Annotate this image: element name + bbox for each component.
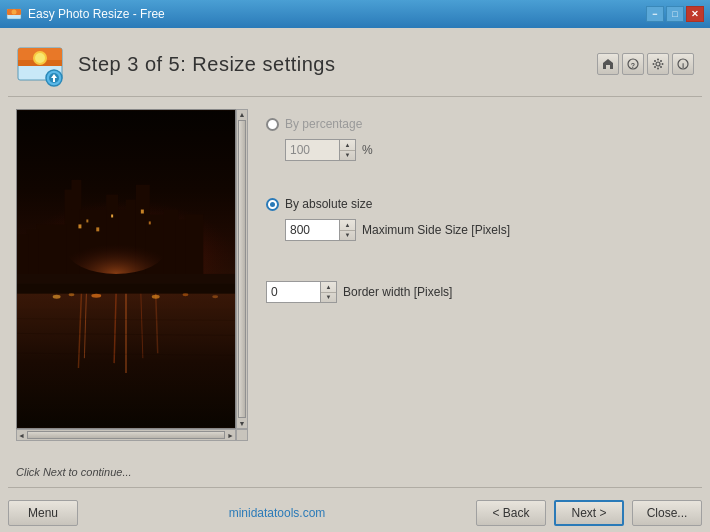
svg-rect-43	[141, 210, 144, 214]
main-container: Step 3 of 5: Resize settings ?	[0, 28, 710, 532]
svg-point-19	[660, 60, 662, 62]
svg-point-7	[35, 53, 45, 63]
absolute-arrows: ▲ ▼	[340, 219, 356, 241]
svg-rect-46	[17, 284, 235, 294]
absolute-input-row: ▲ ▼ Maximum Side Size [Pixels]	[285, 219, 694, 241]
website-link[interactable]: minidatatools.com	[229, 506, 326, 520]
scroll-down-arrow[interactable]: ▼	[238, 419, 247, 428]
scroll-right-arrow[interactable]: ►	[226, 432, 235, 439]
percentage-field[interactable]	[285, 139, 340, 161]
svg-point-55	[69, 293, 75, 296]
svg-point-59	[212, 295, 218, 298]
radio-dot	[270, 202, 275, 207]
absolute-radio-row: By absolute size	[266, 197, 694, 211]
app-icon	[6, 6, 22, 22]
svg-point-54	[53, 295, 61, 299]
svg-point-18	[660, 66, 662, 68]
percentage-unit: %	[362, 143, 373, 157]
border-up-arrow[interactable]: ▲	[321, 282, 336, 293]
svg-text:i: i	[682, 61, 684, 70]
absolute-down-arrow[interactable]: ▼	[340, 231, 355, 241]
settings-panel: By percentage ▲ ▼ %	[266, 109, 694, 449]
bottom-bar: Menu minidatatools.com < Back Next > Clo…	[0, 496, 710, 532]
help-icon-btn[interactable]: ?	[622, 53, 644, 75]
absolute-field-label: Maximum Side Size [Pixels]	[362, 223, 510, 237]
svg-rect-44	[149, 221, 151, 224]
svg-point-2	[12, 10, 17, 15]
window-title: Easy Photo Resize - Free	[28, 7, 646, 21]
app-logo-icon	[16, 40, 64, 88]
header-area: Step 3 of 5: Resize settings ?	[0, 28, 710, 96]
svg-point-16	[662, 63, 664, 65]
border-input-row: ▲ ▼ Border width [Pixels]	[266, 281, 694, 303]
close-button[interactable]: Close...	[632, 500, 702, 526]
svg-point-38	[67, 224, 166, 274]
svg-rect-42	[111, 215, 113, 218]
border-group: ▲ ▼ Border width [Pixels]	[266, 281, 694, 303]
maximize-button[interactable]: □	[666, 6, 684, 22]
preview-scrollbar-vertical[interactable]: ▲ ▼	[236, 109, 248, 429]
absolute-up-arrow[interactable]: ▲	[340, 220, 355, 231]
percentage-input-row: ▲ ▼ %	[285, 139, 694, 161]
settings-icon-btn[interactable]	[647, 53, 669, 75]
border-down-arrow[interactable]: ▼	[321, 293, 336, 303]
bottom-divider	[8, 487, 702, 488]
border-spinner: ▲ ▼	[266, 281, 337, 303]
scroll-up-arrow[interactable]: ▲	[238, 110, 247, 119]
close-window-button[interactable]: ✕	[686, 6, 704, 22]
border-field[interactable]	[266, 281, 321, 303]
minimize-button[interactable]: −	[646, 6, 664, 22]
svg-rect-41	[96, 227, 99, 231]
percentage-group: By percentage ▲ ▼ %	[266, 117, 694, 161]
scroll-left-arrow[interactable]: ◄	[17, 432, 26, 439]
page-title: Step 3 of 5: Resize settings	[78, 53, 335, 76]
svg-point-56	[91, 294, 101, 298]
svg-point-17	[654, 60, 656, 62]
svg-rect-35	[37, 224, 67, 279]
svg-rect-39	[78, 224, 81, 228]
image-preview-container: ▲ ▼ ◄ ►	[16, 109, 246, 449]
home-icon-btn[interactable]	[597, 53, 619, 75]
percentage-radio[interactable]	[266, 118, 279, 131]
preview-scrollbar-horizontal[interactable]: ◄ ►	[16, 429, 236, 441]
percentage-up-arrow[interactable]: ▲	[340, 140, 355, 151]
content-area: ▲ ▼ ◄ ►	[0, 97, 710, 461]
percentage-down-arrow[interactable]: ▼	[340, 151, 355, 161]
svg-point-14	[657, 68, 659, 70]
svg-point-57	[152, 295, 160, 299]
border-arrows: ▲ ▼	[321, 281, 337, 303]
percentage-arrows: ▲ ▼	[340, 139, 356, 161]
svg-point-20	[654, 66, 656, 68]
absolute-size-field[interactable]	[285, 219, 340, 241]
next-button[interactable]: Next >	[554, 500, 624, 526]
percentage-radio-row: By percentage	[266, 117, 694, 131]
back-button[interactable]: < Back	[476, 500, 546, 526]
hint-text: Click Next to continue...	[16, 466, 132, 478]
svg-rect-40	[86, 219, 88, 222]
absolute-spinner: ▲ ▼	[285, 219, 356, 241]
svg-point-58	[182, 293, 188, 296]
svg-text:?: ?	[631, 62, 635, 69]
percentage-spinner: ▲ ▼	[285, 139, 356, 161]
svg-point-12	[656, 62, 660, 66]
window-controls: − □ ✕	[646, 6, 704, 22]
image-preview	[16, 109, 236, 429]
top-icons-bar: ? i	[597, 53, 694, 75]
scroll-corner	[236, 429, 248, 441]
svg-rect-34	[185, 215, 203, 279]
bottom-hint-area: Click Next to continue...	[0, 461, 710, 487]
absolute-size-group: By absolute size ▲ ▼ Maximum Side Size […	[266, 197, 694, 241]
svg-point-15	[653, 63, 655, 65]
title-bar: Easy Photo Resize - Free − □ ✕	[0, 0, 710, 28]
border-field-label: Border width [Pixels]	[343, 285, 452, 299]
scroll-thumb-horizontal[interactable]	[27, 431, 225, 439]
image-preview-wrapper: ▲ ▼ ◄ ►	[16, 109, 236, 429]
scroll-thumb-vertical[interactable]	[238, 120, 246, 418]
absolute-label: By absolute size	[285, 197, 372, 211]
svg-rect-27	[72, 180, 82, 210]
percentage-label: By percentage	[285, 117, 362, 131]
svg-point-13	[657, 59, 659, 61]
info-icon-btn[interactable]: i	[672, 53, 694, 75]
menu-button[interactable]: Menu	[8, 500, 78, 526]
absolute-radio[interactable]	[266, 198, 279, 211]
